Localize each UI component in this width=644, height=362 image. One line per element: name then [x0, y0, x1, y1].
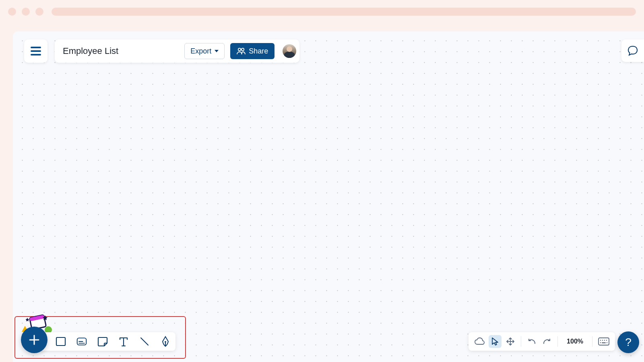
- help-icon: ?: [625, 336, 632, 349]
- svg-point-23: [600, 342, 601, 343]
- svg-point-4: [242, 48, 244, 51]
- caret-down-icon: [215, 50, 219, 52]
- separator: [557, 336, 558, 347]
- export-button[interactable]: Export: [184, 43, 225, 59]
- zoom-value: 100%: [564, 338, 586, 345]
- document-title[interactable]: Employee List: [63, 46, 179, 56]
- shape-toolbar: [38, 332, 175, 351]
- chat-bubble-icon: [627, 45, 638, 56]
- add-button[interactable]: [21, 327, 47, 353]
- svg-rect-9: [56, 337, 65, 346]
- text-icon: [119, 336, 128, 347]
- svg-point-14: [165, 341, 166, 343]
- svg-rect-0: [31, 47, 41, 48]
- zoom-level[interactable]: 100%: [562, 335, 588, 348]
- top-bar: Employee List Export Share: [24, 39, 299, 63]
- svg-rect-24: [602, 342, 606, 343]
- canvas-app[interactable]: Employee List Export Share: [13, 31, 644, 362]
- window-close-icon[interactable]: [8, 8, 16, 16]
- window-maximize-icon[interactable]: [35, 8, 43, 16]
- undo-button[interactable]: [525, 335, 538, 348]
- line-tool[interactable]: [139, 336, 150, 347]
- pointer-tool[interactable]: [489, 335, 502, 348]
- svg-rect-1: [31, 50, 41, 52]
- hamburger-icon: [31, 47, 41, 56]
- sync-status-button[interactable]: [473, 335, 486, 348]
- svg-point-22: [606, 340, 607, 341]
- cloud-icon: [474, 337, 485, 346]
- svg-point-19: [600, 340, 601, 341]
- window-controls: [8, 8, 43, 16]
- export-label: Export: [190, 47, 211, 56]
- comments-button[interactable]: [621, 39, 644, 62]
- rectangle-icon: [56, 336, 66, 347]
- svg-point-3: [238, 48, 241, 51]
- svg-point-21: [604, 340, 605, 341]
- title-card: Employee List Export Share: [55, 39, 299, 63]
- keyboard-shortcuts-button[interactable]: [597, 335, 611, 348]
- text-tool[interactable]: [118, 336, 129, 347]
- user-avatar[interactable]: [283, 44, 296, 58]
- keyboard-icon: [598, 337, 609, 346]
- separator: [592, 336, 592, 347]
- url-bar[interactable]: [52, 8, 636, 16]
- move-icon: [506, 337, 515, 346]
- freehand-tool[interactable]: [160, 336, 171, 347]
- svg-rect-18: [599, 338, 609, 345]
- pen-icon: [160, 336, 171, 347]
- share-button[interactable]: Share: [230, 43, 275, 59]
- window-minimize-icon[interactable]: [22, 8, 30, 16]
- redo-icon: [543, 339, 551, 344]
- line-icon: [139, 336, 150, 347]
- undo-icon: [528, 339, 536, 344]
- browser-chrome: [0, 0, 644, 23]
- plus-icon: [28, 334, 40, 346]
- redo-button[interactable]: [541, 335, 553, 348]
- svg-line-13: [141, 338, 148, 345]
- svg-point-20: [602, 340, 603, 341]
- main-menu-button[interactable]: [24, 39, 47, 63]
- sticky-note-icon: [97, 336, 108, 347]
- share-label: Share: [249, 47, 268, 56]
- view-toolbar: 100%: [469, 332, 615, 351]
- card-icon: [76, 337, 87, 346]
- people-icon: [237, 47, 246, 55]
- pan-tool[interactable]: [504, 335, 517, 348]
- sticky-note-tool[interactable]: [97, 336, 108, 347]
- separator: [521, 336, 521, 347]
- rectangle-tool[interactable]: [56, 336, 66, 347]
- help-button[interactable]: ?: [617, 331, 639, 353]
- svg-point-25: [607, 342, 607, 343]
- card-tool[interactable]: [76, 336, 87, 347]
- cursor-icon: [491, 337, 499, 346]
- svg-rect-2: [31, 54, 41, 56]
